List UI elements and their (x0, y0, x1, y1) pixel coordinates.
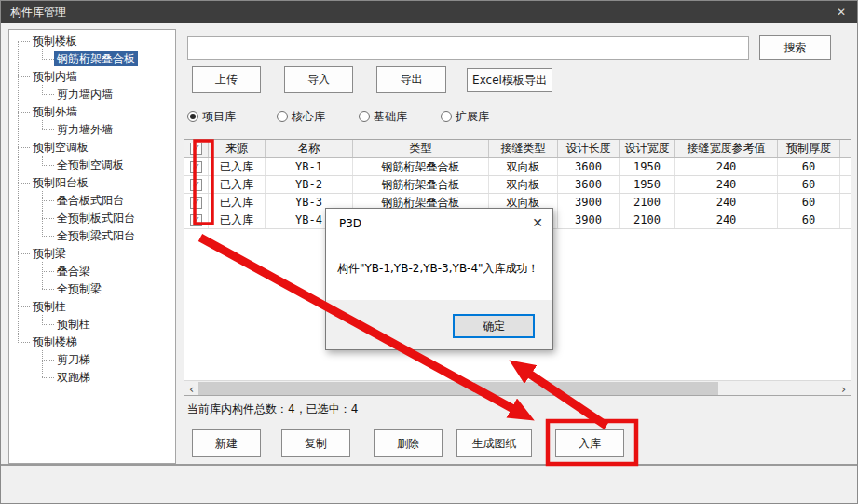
tree-connector (42, 360, 54, 361)
scroll-right-arrow[interactable]: › (837, 381, 851, 396)
sidebar-item-0[interactable]: 预制楼板 (9, 33, 175, 50)
column-header-2: 类型 (353, 140, 489, 157)
tree-guide (42, 49, 43, 60)
sidebar-item-label: 叠合梁 (54, 264, 93, 279)
tree-connector (42, 236, 54, 237)
tree-connector (42, 129, 54, 130)
radio-icon (187, 111, 198, 122)
select-all-cell: ✓ (184, 140, 209, 157)
tree-connector (18, 253, 30, 254)
sidebar-item-label: 全预制梁式阳台 (54, 228, 138, 243)
cell-0-1: YB-1 (266, 158, 353, 175)
table-row-1[interactable]: ✓已入库YB-2钢筋桁架叠合板双向板3600195024060 (184, 176, 851, 194)
tree-connector (42, 59, 54, 60)
upload-button[interactable]: 上传 (192, 66, 261, 93)
row-checkbox-2[interactable]: ✓ (190, 197, 202, 209)
tree-connector (42, 218, 54, 219)
sidebar-item-1[interactable]: 钢筋桁架叠合板 (9, 50, 175, 68)
new-button[interactable]: 新建 (192, 429, 261, 457)
sidebar-item-19[interactable]: 双跑梯 (9, 369, 175, 387)
radio-library-0[interactable]: 项目库 (187, 109, 236, 124)
sidebar-item-label: 预制外墙 (30, 104, 80, 119)
scroll-left-arrow[interactable]: ‹ (184, 381, 198, 396)
sidebar-item-label: 全预制空调板 (54, 157, 127, 172)
radio-label: 项目库 (202, 109, 236, 125)
sidebar-item-3[interactable]: 剪力墙内墙 (9, 86, 175, 103)
store-to-library-button[interactable]: 入库 (555, 429, 624, 457)
sidebar-item-label: 剪刀梯 (54, 352, 93, 367)
sidebar-item-label: 钢筋桁架叠合板 (54, 51, 138, 66)
generate-drawing-button[interactable]: 生成图纸 (456, 429, 532, 457)
sidebar-item-17[interactable]: 预制楼梯 (9, 334, 175, 351)
row-check-cell: ✓ (184, 176, 209, 193)
cell-2-0: 已入库 (209, 194, 266, 211)
sidebar-item-2[interactable]: 预制内墙 (9, 68, 175, 86)
tree-connector (18, 183, 30, 184)
cell-2-5: 2100 (620, 194, 675, 211)
column-header-1: 名称 (266, 140, 353, 157)
sidebar-item-7[interactable]: 全预制空调板 (9, 157, 175, 174)
radio-library-3[interactable]: 扩展库 (441, 109, 489, 124)
tree-connector (18, 112, 30, 113)
row-checkbox-1[interactable]: ✓ (190, 179, 202, 191)
column-header-5: 设计宽度 (620, 140, 675, 157)
sidebar-item-label: 剪力墙内墙 (54, 87, 116, 102)
cell-3-7: 60 (778, 211, 840, 228)
search-input[interactable] (187, 36, 749, 60)
cell-0-7: 60 (778, 158, 840, 175)
sidebar-item-12[interactable]: 预制梁 (9, 245, 175, 263)
cell-0-4: 3600 (558, 158, 620, 175)
search-button[interactable]: 搜索 (759, 35, 831, 60)
cell-1-7: 60 (778, 176, 840, 193)
horizontal-scrollbar[interactable]: ‹ › (184, 380, 851, 395)
delete-button[interactable]: 删除 (374, 429, 443, 457)
sidebar-item-4[interactable]: 预制外墙 (9, 103, 175, 121)
tree-connector (42, 289, 54, 290)
sidebar-item-15[interactable]: 预制柱 (9, 298, 175, 316)
sidebar-item-11[interactable]: 全预制梁式阳台 (9, 227, 175, 245)
copy-button[interactable]: 复制 (281, 429, 350, 457)
tree-guide (42, 120, 43, 130)
sidebar-item-label: 双跑梯 (54, 370, 93, 385)
tree-guide (42, 350, 43, 378)
sidebar-item-16[interactable]: 预制柱 (9, 316, 175, 334)
tree-connector (42, 271, 54, 272)
excel-template-export-button[interactable]: Excel模板导出 (467, 68, 552, 92)
ok-button[interactable]: 确定 (453, 314, 535, 338)
sidebar-item-14[interactable]: 全预制梁 (9, 280, 175, 298)
tree-guide (18, 42, 19, 343)
radio-label: 扩展库 (456, 109, 489, 125)
row-checkbox-3[interactable]: ✓ (190, 214, 202, 226)
sidebar-item-10[interactable]: 全预制板式阳台 (9, 210, 175, 227)
row-checkbox-0[interactable]: ✓ (190, 161, 202, 173)
cell-3-5: 2100 (620, 211, 675, 228)
sidebar-item-6[interactable]: 预制空调板 (9, 139, 175, 157)
window-title: 构件库管理 (1, 5, 66, 20)
sidebar-item-label: 剪力墙外墙 (54, 122, 116, 137)
export-button[interactable]: 导出 (376, 66, 446, 93)
sidebar-item-9[interactable]: 叠合板式阳台 (9, 192, 175, 210)
sidebar-item-8[interactable]: 预制阳台板 (9, 174, 175, 192)
sidebar-item-label: 预制阳台板 (30, 175, 91, 190)
window-close-icon[interactable]: ✕ (825, 1, 857, 23)
tree-connector (18, 342, 30, 343)
column-header-3: 接缝类型 (489, 140, 558, 157)
table-header-row: ✓来源名称类型接缝类型设计长度设计宽度接缝宽度参考值预制厚度 (184, 140, 851, 158)
sidebar-item-13[interactable]: 叠合梁 (9, 263, 175, 280)
radio-library-2[interactable]: 基础库 (359, 109, 407, 124)
row-check-cell: ✓ (184, 211, 209, 228)
dialog-close-icon[interactable]: ✕ (532, 215, 543, 230)
category-tree: 预制楼板钢筋桁架叠合板预制内墙剪力墙内墙预制外墙剪力墙外墙预制空调板全预制空调板… (9, 30, 175, 463)
dialog-message: 构件"YB-1,YB-2,YB-3,YB-4"入库成功！ (337, 261, 539, 277)
tree-guide (42, 156, 43, 166)
cell-1-6: 240 (675, 176, 778, 193)
cell-1-5: 1950 (620, 176, 675, 193)
sidebar-item-18[interactable]: 剪刀梯 (9, 351, 175, 369)
select-all-checkbox[interactable]: ✓ (190, 143, 202, 155)
import-button[interactable]: 导入 (284, 66, 353, 93)
table-row-0[interactable]: ✓已入库YB-1钢筋桁架叠合板双向板3600195024060 (184, 158, 851, 176)
sidebar-item-5[interactable]: 剪力墙外墙 (9, 121, 175, 139)
scrollbar-thumb[interactable] (198, 382, 718, 395)
radio-library-1[interactable]: 核心库 (277, 109, 325, 124)
tree-connector (42, 324, 54, 325)
